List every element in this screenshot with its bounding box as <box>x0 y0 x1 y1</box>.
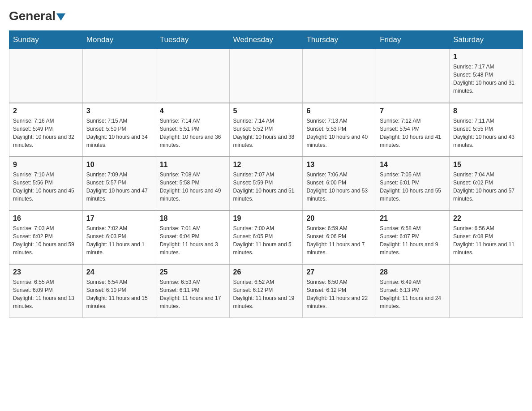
calendar-header-row: SundayMondayTuesdayWednesdayThursdayFrid… <box>9 31 523 49</box>
logo-triangle-icon <box>56 13 65 21</box>
calendar-day-cell: 6Sunrise: 7:13 AMSunset: 5:53 PMDaylight… <box>303 103 376 157</box>
day-info: Sunrise: 7:15 AMSunset: 5:50 PMDaylight:… <box>86 117 152 149</box>
calendar-week-row: 2Sunrise: 7:16 AMSunset: 5:49 PMDaylight… <box>9 103 523 157</box>
day-info: Sunrise: 6:58 AMSunset: 6:07 PMDaylight:… <box>380 224 446 257</box>
calendar-day-cell: 16Sunrise: 7:03 AMSunset: 6:02 PMDayligh… <box>9 210 83 264</box>
day-number: 28 <box>380 268 446 276</box>
calendar-day-cell: 3Sunrise: 7:15 AMSunset: 5:50 PMDaylight… <box>82 103 156 157</box>
calendar-day-cell: 4Sunrise: 7:14 AMSunset: 5:51 PMDaylight… <box>156 103 229 157</box>
day-number: 4 <box>160 107 226 115</box>
calendar-day-cell: 22Sunrise: 6:56 AMSunset: 6:08 PMDayligh… <box>450 210 523 264</box>
calendar-day-cell: 7Sunrise: 7:12 AMSunset: 5:54 PMDaylight… <box>376 103 450 157</box>
day-info: Sunrise: 6:53 AMSunset: 6:11 PMDaylight:… <box>160 278 226 310</box>
day-number: 18 <box>160 214 226 223</box>
day-number: 15 <box>453 161 519 169</box>
logo: General <box>9 9 65 23</box>
day-of-week-header: Thursday <box>303 31 376 49</box>
day-number: 25 <box>160 268 226 276</box>
calendar-day-cell: 5Sunrise: 7:14 AMSunset: 5:52 PMDaylight… <box>229 103 303 157</box>
page-header: General <box>9 9 523 23</box>
calendar-day-cell: 8Sunrise: 7:11 AMSunset: 5:55 PMDaylight… <box>450 103 523 157</box>
calendar-day-cell <box>303 49 376 103</box>
day-number: 19 <box>233 214 299 223</box>
day-info: Sunrise: 6:55 AMSunset: 6:09 PMDaylight:… <box>13 278 79 310</box>
day-number: 20 <box>306 214 372 223</box>
day-info: Sunrise: 7:14 AMSunset: 5:52 PMDaylight:… <box>233 117 299 149</box>
calendar-day-cell <box>156 49 229 103</box>
calendar-day-cell <box>9 49 83 103</box>
calendar-day-cell: 28Sunrise: 6:49 AMSunset: 6:13 PMDayligh… <box>376 264 450 318</box>
calendar-week-row: 1Sunrise: 7:17 AMSunset: 5:48 PMDaylight… <box>9 49 523 103</box>
day-number: 13 <box>306 161 372 169</box>
day-number: 27 <box>306 268 372 276</box>
day-info: Sunrise: 7:01 AMSunset: 6:04 PMDaylight:… <box>160 224 226 257</box>
day-number: 12 <box>233 161 299 169</box>
day-number: 5 <box>233 107 299 115</box>
day-number: 3 <box>86 107 152 115</box>
day-info: Sunrise: 7:02 AMSunset: 6:03 PMDaylight:… <box>86 224 152 257</box>
calendar-day-cell: 1Sunrise: 7:17 AMSunset: 5:48 PMDaylight… <box>450 49 523 103</box>
calendar-day-cell: 9Sunrise: 7:10 AMSunset: 5:56 PMDaylight… <box>9 157 83 210</box>
day-of-week-header: Saturday <box>450 31 523 49</box>
calendar-day-cell: 17Sunrise: 7:02 AMSunset: 6:03 PMDayligh… <box>82 210 156 264</box>
calendar-day-cell: 14Sunrise: 7:05 AMSunset: 6:01 PMDayligh… <box>376 157 450 210</box>
calendar-day-cell: 25Sunrise: 6:53 AMSunset: 6:11 PMDayligh… <box>156 264 229 318</box>
day-info: Sunrise: 6:56 AMSunset: 6:08 PMDaylight:… <box>453 224 519 257</box>
day-number: 24 <box>86 268 152 276</box>
day-info: Sunrise: 6:54 AMSunset: 6:10 PMDaylight:… <box>86 278 152 310</box>
calendar-day-cell: 19Sunrise: 7:00 AMSunset: 6:05 PMDayligh… <box>229 210 303 264</box>
day-number: 1 <box>453 53 519 61</box>
calendar-day-cell: 10Sunrise: 7:09 AMSunset: 5:57 PMDayligh… <box>82 157 156 210</box>
day-number: 6 <box>306 107 372 115</box>
day-info: Sunrise: 7:16 AMSunset: 5:49 PMDaylight:… <box>13 117 79 149</box>
day-number: 2 <box>13 107 79 115</box>
day-info: Sunrise: 6:59 AMSunset: 6:06 PMDaylight:… <box>306 224 372 257</box>
day-number: 22 <box>453 214 519 223</box>
day-number: 16 <box>13 214 79 223</box>
day-info: Sunrise: 7:12 AMSunset: 5:54 PMDaylight:… <box>380 117 446 149</box>
day-of-week-header: Friday <box>376 31 450 49</box>
day-info: Sunrise: 6:49 AMSunset: 6:13 PMDaylight:… <box>380 278 446 310</box>
day-number: 21 <box>380 214 446 223</box>
day-info: Sunrise: 7:09 AMSunset: 5:57 PMDaylight:… <box>86 171 152 203</box>
calendar-day-cell: 11Sunrise: 7:08 AMSunset: 5:58 PMDayligh… <box>156 157 229 210</box>
day-info: Sunrise: 7:11 AMSunset: 5:55 PMDaylight:… <box>453 117 519 149</box>
day-info: Sunrise: 7:13 AMSunset: 5:53 PMDaylight:… <box>306 117 372 149</box>
day-number: 8 <box>453 107 519 115</box>
calendar-day-cell: 20Sunrise: 6:59 AMSunset: 6:06 PMDayligh… <box>303 210 376 264</box>
day-info: Sunrise: 7:05 AMSunset: 6:01 PMDaylight:… <box>380 171 446 203</box>
calendar-day-cell: 24Sunrise: 6:54 AMSunset: 6:10 PMDayligh… <box>82 264 156 318</box>
calendar-week-row: 16Sunrise: 7:03 AMSunset: 6:02 PMDayligh… <box>9 210 523 264</box>
day-number: 9 <box>13 161 79 169</box>
day-info: Sunrise: 7:06 AMSunset: 6:00 PMDaylight:… <box>306 171 372 203</box>
day-of-week-header: Sunday <box>9 31 83 49</box>
day-number: 7 <box>380 107 446 115</box>
day-info: Sunrise: 6:52 AMSunset: 6:12 PMDaylight:… <box>233 278 299 310</box>
calendar-day-cell: 27Sunrise: 6:50 AMSunset: 6:12 PMDayligh… <box>303 264 376 318</box>
calendar-day-cell: 2Sunrise: 7:16 AMSunset: 5:49 PMDaylight… <box>9 103 83 157</box>
day-info: Sunrise: 7:03 AMSunset: 6:02 PMDaylight:… <box>13 224 79 257</box>
day-info: Sunrise: 7:00 AMSunset: 6:05 PMDaylight:… <box>233 224 299 257</box>
day-info: Sunrise: 7:14 AMSunset: 5:51 PMDaylight:… <box>160 117 226 149</box>
day-of-week-header: Tuesday <box>156 31 229 49</box>
calendar-day-cell: 13Sunrise: 7:06 AMSunset: 6:00 PMDayligh… <box>303 157 376 210</box>
calendar-week-row: 9Sunrise: 7:10 AMSunset: 5:56 PMDaylight… <box>9 157 523 210</box>
calendar-week-row: 23Sunrise: 6:55 AMSunset: 6:09 PMDayligh… <box>9 264 523 318</box>
calendar-day-cell <box>229 49 303 103</box>
day-number: 23 <box>13 268 79 276</box>
day-info: Sunrise: 7:07 AMSunset: 5:59 PMDaylight:… <box>233 171 299 203</box>
calendar-table: SundayMondayTuesdayWednesdayThursdayFrid… <box>9 30 523 318</box>
day-info: Sunrise: 7:17 AMSunset: 5:48 PMDaylight:… <box>453 63 519 95</box>
calendar-day-cell <box>450 264 523 318</box>
logo-general: General <box>9 9 65 23</box>
day-of-week-header: Monday <box>82 31 156 49</box>
calendar-day-cell <box>82 49 156 103</box>
calendar-day-cell <box>376 49 450 103</box>
calendar-day-cell: 26Sunrise: 6:52 AMSunset: 6:12 PMDayligh… <box>229 264 303 318</box>
day-number: 10 <box>86 161 152 169</box>
day-of-week-header: Wednesday <box>229 31 303 49</box>
calendar-day-cell: 12Sunrise: 7:07 AMSunset: 5:59 PMDayligh… <box>229 157 303 210</box>
day-info: Sunrise: 6:50 AMSunset: 6:12 PMDaylight:… <box>306 278 372 310</box>
calendar-day-cell: 15Sunrise: 7:04 AMSunset: 6:02 PMDayligh… <box>450 157 523 210</box>
day-info: Sunrise: 7:10 AMSunset: 5:56 PMDaylight:… <box>13 171 79 203</box>
